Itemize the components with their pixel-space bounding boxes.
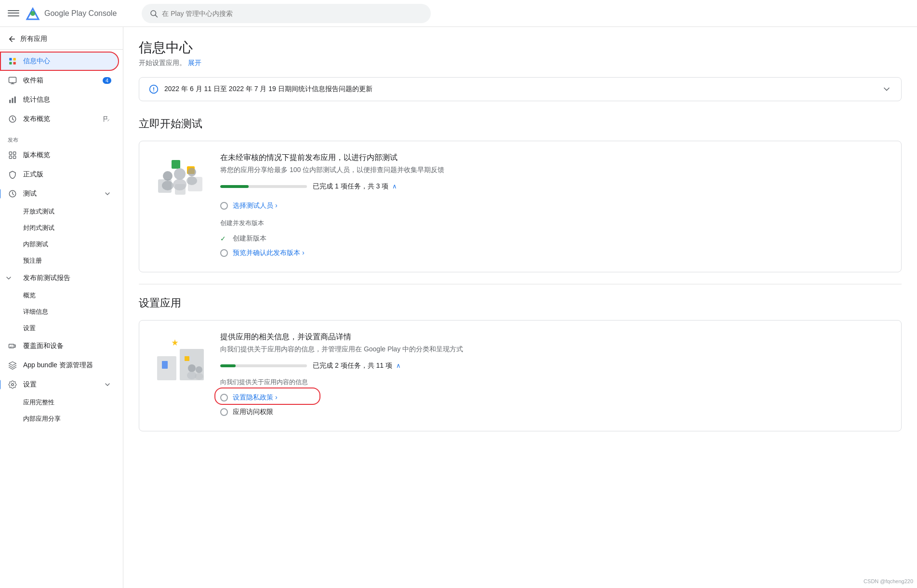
banner-chevron-icon [882,84,891,94]
svg-rect-29 [172,160,180,169]
sidebar-item-production[interactable]: 正式版 [0,165,119,184]
info-icon [149,84,159,94]
sidebar-item-closed-test[interactable]: 封闭式测试 [0,220,119,236]
task-circle-icon [220,202,228,210]
sidebar-item-settings-main[interactable]: 设置 [0,375,119,394]
svg-point-43 [196,366,202,373]
search-input[interactable] [162,10,423,17]
sidebar-item-app-integrity-label: 应用完整性 [23,398,54,407]
setup-section-title: 设置应用 [139,296,902,310]
test-card-desc: 将您的应用分享给最多 100 位内部测试人员，以便排查问题并收集早期反馈 [220,166,890,174]
svg-rect-17 [13,152,16,154]
sidebar-item-testing-label: 测试 [23,189,98,198]
test-card-title: 在未经审核的情况下提前发布应用，以进行内部测试 [220,153,890,163]
setup-card-desc: 向我们提供关于应用内容的信息，并管理应用在 Google Play 中的分类和呈… [220,345,890,354]
svg-line-15 [108,120,109,121]
task-group-create-label: 创建并发布版本 [220,219,890,227]
setup-progress-toggle[interactable]: ∧ [396,362,401,369]
setup-progress-fill [220,364,236,367]
chevron-down-settings-icon [104,381,111,388]
sidebar-item-dashboard[interactable]: 信息中心 [0,52,119,71]
sidebar-item-inbox[interactable]: 收件箱 4 [0,71,119,90]
sidebar-back-button[interactable]: 所有应用 [0,27,123,50]
sidebar-item-version-overview[interactable]: 版本概览 [0,146,119,165]
grid-icon [8,56,17,66]
chevron-left-icon [5,274,13,282]
sidebar-item-internal-test[interactable]: 内部测试 [0,236,119,253]
sidebar-item-coverage[interactable]: 覆盖面和设备 [0,336,119,356]
task-circle-privacy-icon [220,394,228,401]
test-card: 在未经审核的情况下提前发布应用，以进行内部测试 将您的应用分享给最多 100 位… [139,141,902,272]
sidebar-item-release-overview[interactable]: 发布概览 [0,109,119,129]
app-title: Google Play Console [44,9,117,18]
setup-progress-label: 已完成 2 项任务，共 11 项 ∧ [313,361,401,370]
svg-point-41 [188,364,196,372]
test-progress-bar-bg [220,185,307,188]
sidebar-item-internal-sharing-label: 内部应用分享 [23,414,61,423]
privacy-policy-row: 设置隐私政策 › [220,390,890,405]
sidebar-item-pre-launch[interactable]: 发布前测试报告 [0,269,119,287]
test-progress-toggle[interactable]: ∧ [392,183,397,190]
release-clock-icon [8,114,17,124]
sidebar-item-open-test[interactable]: 开放式测试 [0,203,119,220]
testing-clock-icon [8,189,17,199]
sidebar-item-pre-register[interactable]: 预注册 [0,253,119,269]
sidebar-item-version-label: 版本概览 [23,151,111,160]
setup-progress-bar-bg [220,364,307,367]
sidebar-item-details[interactable]: 详细信息 [0,304,119,320]
setup-card-content: 提供应用的相关信息，并设置商品详情 向我们提供关于应用内容的信息，并管理应用在 … [220,332,890,419]
svg-point-1 [30,11,35,16]
search-bar[interactable] [142,4,431,23]
sidebar-item-app-bundle-label: App bundle 资源管理器 [23,361,111,370]
task-link-privacy-policy[interactable]: 设置隐私政策 › [233,393,278,402]
main-content: 信息中心 开始设置应用。 展开 2022 年 6 月 11 日至 2022 年 … [123,27,917,588]
test-progress-fill [220,185,249,188]
task-item-select-testers: 选择测试人员 › [220,199,890,213]
menu-icon[interactable] [8,8,19,19]
svg-rect-10 [12,98,13,103]
gear-icon [8,380,17,389]
task-link-select-testers[interactable]: 选择测试人员 › [233,201,278,210]
task-circle-access-icon [220,408,228,416]
svg-rect-4 [9,58,12,60]
test-illustration [151,153,209,260]
sidebar-item-overview-label: 概览 [23,291,36,300]
layout: 所有应用 信息中心 [0,27,917,588]
setup-task-group-label: 向我们提供关于应用内容的信息 [220,378,890,387]
topbar: Google Play Console [0,0,917,27]
svg-rect-8 [9,77,16,82]
sidebar-item-open-test-label: 开放式测试 [23,207,54,216]
task-item-app-access: 应用访问权限 [220,405,890,419]
sidebar-item-coverage-label: 覆盖面和设备 [23,342,111,350]
task-check-icon: ✓ [220,235,228,242]
svg-rect-40 [185,356,189,361]
task-item-create-release: ✓ 创建新版本 [220,231,890,246]
sidebar-item-dashboard-label: 信息中心 [23,57,111,66]
logo-icon [25,6,40,21]
sidebar-item-stats-label: 统计信息 [23,95,111,104]
info-banner[interactable]: 2022 年 6 月 11 日至 2022 年 7 月 19 日期间统计信息报告… [139,77,902,101]
sidebar-item-overview[interactable]: 概览 [0,287,119,304]
sidebar-item-closed-test-label: 封闭式测试 [23,224,54,232]
setup-progress-row: 已完成 2 项任务，共 11 项 ∧ [220,361,890,370]
svg-point-34 [173,179,186,190]
sidebar-item-pre-launch-label: 发布前测试报告 [23,274,111,282]
sidebar-item-app-bundle[interactable]: App bundle 资源管理器 [0,356,119,375]
task-link-preview-release[interactable]: 预览并确认此发布版本 › [233,249,305,257]
publish-section-label: 发布 [0,129,123,146]
search-icon [149,9,158,18]
page-title: 信息中心 [139,39,902,57]
task-item-privacy-policy: 设置隐私政策 › [220,390,890,405]
sidebar-item-internal-sharing[interactable]: 内部应用分享 [0,411,119,427]
version-grid-icon [8,150,17,160]
sidebar-item-settings[interactable]: 设置 [0,320,119,336]
expand-link[interactable]: 展开 [188,59,201,67]
sidebar-item-stats[interactable]: 统计信息 [0,90,119,109]
setup-card: 提供应用的相关信息，并设置商品详情 向我们提供关于应用内容的信息，并管理应用在 … [139,320,902,431]
test-card-content: 在未经审核的情况下提前发布应用，以进行内部测试 将您的应用分享给最多 100 位… [220,153,890,260]
sidebar-item-testing[interactable]: 测试 [0,184,119,203]
svg-rect-5 [13,58,16,60]
svg-rect-22 [10,347,11,348]
svg-point-32 [162,181,173,190]
sidebar-item-app-integrity[interactable]: 应用完整性 [0,394,119,411]
